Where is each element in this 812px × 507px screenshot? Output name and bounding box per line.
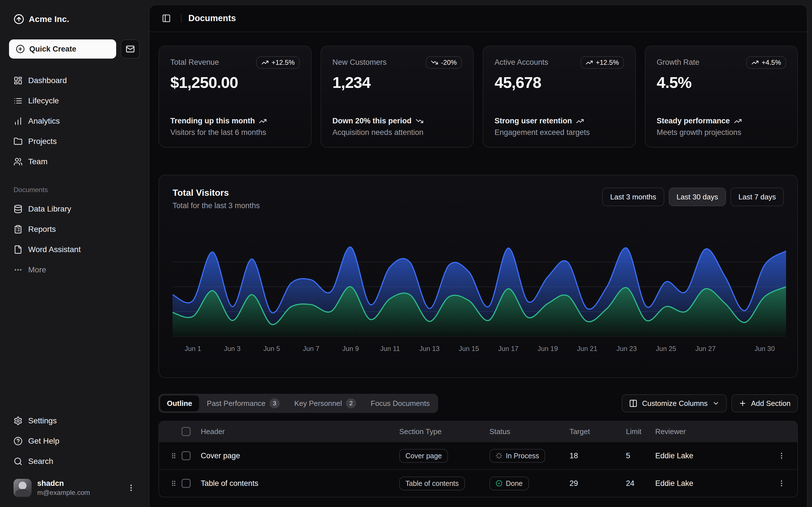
- reviewer-value[interactable]: Eddie Lake: [655, 452, 766, 460]
- limit-value[interactable]: 24: [626, 479, 655, 488]
- stat-label: Growth Rate: [657, 56, 700, 67]
- inbox-button[interactable]: [121, 40, 140, 59]
- sidebar-item-label: Dashboard: [28, 76, 67, 85]
- sidebar-item-team[interactable]: Team: [9, 152, 140, 171]
- trending-up-icon: [259, 117, 267, 125]
- table-row: Cover page Cover page In Process 18 5 Ed…: [159, 442, 797, 469]
- target-value[interactable]: 18: [569, 452, 626, 460]
- x-axis-tick-label: Jun 19: [538, 345, 558, 352]
- sidebar-item-get-help[interactable]: Get Help: [9, 432, 140, 451]
- sidebar-item-label: Lifecycle: [28, 96, 59, 105]
- sidebar-item-search[interactable]: Search: [9, 452, 140, 471]
- main-panel: Documents Total Revenue +12.5% $1,250.00…: [149, 4, 808, 507]
- drag-handle-icon[interactable]: [166, 452, 182, 460]
- chart-subtitle: Total for the last 3 months: [172, 202, 260, 210]
- stat-value: 1,234: [333, 73, 462, 92]
- x-axis-tick-label: Jun 30: [755, 345, 775, 352]
- trending-up-icon: [261, 59, 269, 66]
- x-axis-tick-label: Jun 23: [616, 345, 637, 352]
- sidebar-item-dashboard[interactable]: Dashboard: [9, 71, 140, 90]
- table-header-row: Header Section Type Status Target Limit …: [159, 421, 797, 442]
- sidebar-item-projects[interactable]: Projects: [9, 132, 140, 151]
- trend-badge: +12.5%: [256, 56, 300, 69]
- panel-left-icon: [162, 14, 171, 23]
- tab-key-personnel[interactable]: Key Personnel2: [288, 395, 363, 411]
- row-checkbox[interactable]: [182, 479, 191, 488]
- quick-create-button[interactable]: Quick Create: [9, 40, 116, 59]
- x-axis-tick-label: Jun 15: [459, 345, 479, 352]
- stat-card-total-revenue: Total Revenue +12.5% $1,250.00 Trending …: [158, 46, 312, 148]
- time-range-group: Last 3 months Last 30 days Last 7 days: [602, 187, 784, 206]
- ellipsis-vertical-icon[interactable]: [127, 484, 135, 492]
- plus-icon: [739, 399, 747, 407]
- sidebar-item-label: Get Help: [28, 437, 59, 446]
- list-toolbar: Outline Past Performance3 Key Personnel2…: [158, 394, 798, 413]
- avatar: [13, 479, 32, 497]
- search-icon: [13, 457, 22, 466]
- range-last-3-months[interactable]: Last 3 months: [602, 187, 664, 206]
- x-axis-tick-label: Jun 5: [263, 345, 280, 352]
- sidebar-item-more[interactable]: More: [9, 260, 140, 279]
- sidebar-item-label: Projects: [28, 137, 57, 146]
- reviewer-value[interactable]: Eddie Lake: [655, 479, 766, 488]
- trending-down-icon: [431, 59, 438, 66]
- customize-columns-button[interactable]: Customize Columns: [622, 394, 727, 412]
- bar-chart-icon: [13, 117, 22, 126]
- sidebar-item-analytics[interactable]: Analytics: [9, 112, 140, 131]
- status-badge: Done: [490, 476, 529, 490]
- trending-up-icon: [751, 59, 759, 66]
- chart-body: Jun 1Jun 3Jun 5Jun 7Jun 9Jun 11Jun 13Jun…: [172, 223, 784, 365]
- brand[interactable]: Acme Inc.: [9, 11, 140, 27]
- chevron-down-icon: [712, 400, 719, 407]
- target-value[interactable]: 29: [569, 479, 626, 488]
- database-icon: [13, 205, 22, 214]
- tab-count-badge: 2: [346, 398, 356, 408]
- x-axis-tick-label: Jun 27: [695, 345, 716, 352]
- x-axis-tick-label: Jun 3: [224, 345, 241, 352]
- user-menu[interactable]: shadcn m@example.com: [9, 474, 140, 501]
- trend-badge: +4.5%: [746, 56, 786, 69]
- limit-value[interactable]: 5: [626, 452, 655, 460]
- section-type-badge: Table of contents: [399, 476, 465, 490]
- row-menu-button[interactable]: [766, 480, 797, 487]
- range-last-30-days[interactable]: Last 30 days: [669, 187, 726, 206]
- plus-circle-icon: [16, 45, 25, 54]
- sidebar-item-word-assistant[interactable]: Word Assistant: [9, 240, 140, 259]
- row-title[interactable]: Cover page: [201, 452, 399, 460]
- sidebar-item-settings[interactable]: Settings: [9, 411, 140, 431]
- row-checkbox[interactable]: [182, 451, 191, 460]
- file-icon: [13, 245, 22, 254]
- gear-icon: [13, 416, 22, 425]
- column-header: Header: [201, 427, 399, 436]
- folder-icon: [13, 137, 22, 146]
- sidebar-item-lifecycle[interactable]: Lifecycle: [9, 91, 140, 110]
- x-axis-tick-label: Jun 21: [577, 345, 598, 352]
- brand-name: Acme Inc.: [29, 14, 69, 24]
- trending-up-icon: [586, 59, 593, 66]
- sidebar-item-data-library[interactable]: Data Library: [9, 200, 140, 219]
- chart-title: Total Visitors: [172, 187, 260, 198]
- select-all-checkbox[interactable]: [182, 427, 191, 436]
- sidebar-nav-main: Dashboard Lifecycle Analytics Projects T…: [9, 71, 140, 171]
- range-last-7-days[interactable]: Last 7 days: [730, 187, 784, 206]
- clipboard-icon: [13, 225, 22, 234]
- tab-focus-documents[interactable]: Focus Documents: [364, 395, 437, 411]
- dashboard-icon: [13, 76, 22, 85]
- sidebar-toggle-button[interactable]: [158, 10, 174, 26]
- sidebar-item-label: Team: [28, 157, 47, 166]
- list-icon: [13, 96, 22, 105]
- main-content: Total Revenue +12.5% $1,250.00 Trending …: [149, 32, 807, 497]
- stat-card-growth-rate: Growth Rate +4.5% 4.5% Steady performanc…: [645, 46, 798, 148]
- add-section-button[interactable]: Add Section: [731, 394, 798, 412]
- row-title[interactable]: Table of contents: [201, 479, 399, 488]
- column-reviewer: Reviewer: [655, 427, 766, 436]
- tab-past-performance[interactable]: Past Performance3: [200, 395, 287, 411]
- loader-icon: [496, 452, 502, 459]
- stat-card-new-customers: New Customers -20% 1,234 Down 20% this p…: [320, 46, 474, 148]
- row-menu-button[interactable]: [766, 452, 797, 460]
- x-axis-tick-label: Jun 13: [419, 345, 440, 352]
- mail-icon: [126, 45, 135, 54]
- drag-handle-icon[interactable]: [166, 480, 182, 487]
- sidebar-item-reports[interactable]: Reports: [9, 220, 140, 239]
- tab-outline[interactable]: Outline: [160, 395, 199, 411]
